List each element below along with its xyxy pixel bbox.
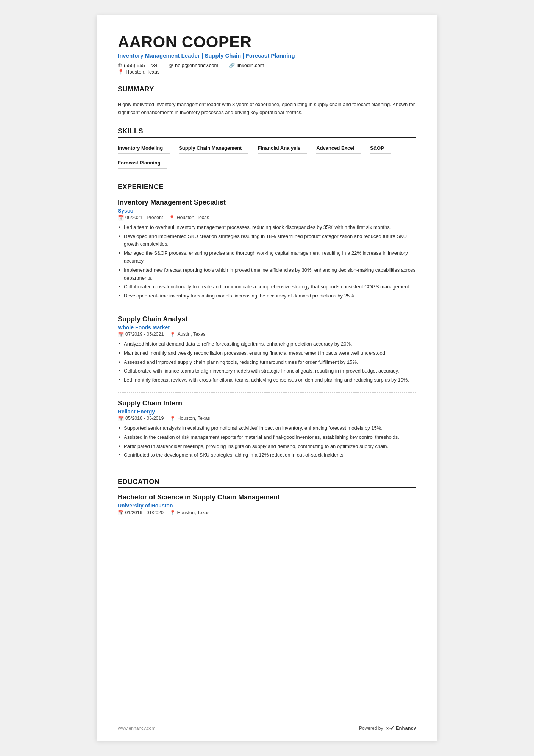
education-section: EDUCATION Bachelor of Science in Supply …: [118, 478, 416, 515]
phone-contact: ✆ (555) 555-1234: [118, 63, 158, 68]
bullet-item: Participated in stakeholder meetings, pr…: [118, 443, 416, 451]
location-icon: 📍: [170, 416, 176, 421]
bullet-item: Implemented new forecast reporting tools…: [118, 266, 416, 282]
education-container: Bachelor of Science in Supply Chain Mana…: [118, 493, 416, 515]
bullet-list: Led a team to overhaul inventory managem…: [118, 224, 416, 300]
skills-title: SKILLS: [118, 127, 416, 138]
bullet-item: Analyzed historical demand data to refin…: [118, 340, 416, 348]
logo-icon: ∞✓: [385, 725, 394, 732]
skill-item: Supply Chain Management: [179, 143, 248, 154]
job-title: Supply Chain Analyst: [118, 315, 416, 323]
edu-meta: 📅 01/2016 - 01/2020 📍 Houston, Texas: [118, 510, 416, 515]
header: AARON COOPER Inventory Management Leader…: [118, 33, 416, 75]
skill-item: S&OP: [370, 143, 391, 154]
location-contact: 📍 Houston, Texas: [118, 69, 159, 75]
bullet-item: Developed real-time inventory forecastin…: [118, 292, 416, 300]
bullet-item: Managed the S&OP process, ensuring preci…: [118, 249, 416, 265]
email-icon: @: [168, 63, 173, 68]
education-title: EDUCATION: [118, 478, 416, 488]
skills-grid: Inventory ModelingSupply Chain Managemen…: [118, 143, 416, 172]
candidate-title: Inventory Management Leader | Supply Cha…: [118, 52, 416, 59]
location-icon: 📍: [170, 510, 176, 515]
bullet-list: Analyzed historical demand data to refin…: [118, 340, 416, 384]
job-location: 📍 Austin, Texas: [170, 332, 205, 337]
experience-entry: Inventory Management Specialist Sysco 📅 …: [118, 199, 416, 308]
calendar-icon: 📅: [118, 510, 124, 515]
skill-item: Forecast Planning: [118, 158, 167, 169]
calendar-icon: 📅: [118, 416, 124, 421]
job-location: 📍 Houston, Texas: [169, 215, 209, 221]
email-contact: @ help@enhancv.com: [168, 63, 218, 68]
experience-container: Inventory Management Specialist Sysco 📅 …: [118, 199, 416, 467]
page-footer: www.enhancv.com Powered by ∞✓ Enhancv: [118, 725, 416, 732]
summary-section: SUMMARY Highly motivated inventory manag…: [118, 85, 416, 117]
linkedin-value: linkedin.com: [237, 63, 264, 68]
bullet-item: Assisted in the creation of risk managem…: [118, 434, 416, 441]
link-icon: 🔗: [229, 63, 235, 68]
bullet-item: Developed and implemented SKU creation s…: [118, 233, 416, 249]
footer-brand: Powered by ∞✓ Enhancv: [359, 725, 416, 732]
school-name: University of Houston: [118, 502, 416, 509]
resume-page: AARON COOPER Inventory Management Leader…: [97, 15, 437, 741]
location-icon: 📍: [118, 69, 124, 75]
job-location: 📍 Houston, Texas: [170, 416, 210, 421]
brand-name: Enhancv: [396, 725, 416, 731]
degree-title: Bachelor of Science in Supply Chain Mana…: [118, 493, 416, 501]
job-date: 📅 06/2021 - Present: [118, 215, 163, 221]
bullet-item: Supported senior analysts in evaluating …: [118, 424, 416, 432]
bullet-item: Led monthly forecast reviews with cross-…: [118, 376, 416, 384]
phone-value: (555) 555-1234: [124, 63, 158, 68]
summary-title: SUMMARY: [118, 85, 416, 95]
email-value: help@enhancv.com: [175, 63, 218, 68]
phone-icon: ✆: [118, 63, 122, 68]
enhancv-logo: ∞✓ Enhancv: [385, 725, 416, 732]
company-name: Sysco: [118, 208, 416, 214]
location-value: Houston, Texas: [126, 69, 159, 75]
experience-entry: Supply Chain Intern Reliant Energy 📅 05/…: [118, 399, 416, 467]
candidate-name: AARON COOPER: [118, 33, 416, 51]
bullet-list: Supported senior analysts in evaluating …: [118, 424, 416, 459]
skills-section: SKILLS Inventory ModelingSupply Chain Ma…: [118, 127, 416, 172]
calendar-icon: 📅: [118, 332, 124, 337]
job-meta: 📅 05/2018 - 06/2019 📍 Houston, Texas: [118, 416, 416, 421]
powered-by-label: Powered by: [359, 726, 383, 731]
bullet-item: Contributed to the development of SKU st…: [118, 451, 416, 459]
education-entry: Bachelor of Science in Supply Chain Mana…: [118, 493, 416, 515]
bullet-item: Collaborated with finance teams to align…: [118, 367, 416, 375]
experience-entry: Supply Chain Analyst Whole Foods Market …: [118, 315, 416, 393]
location-row: 📍 Houston, Texas: [118, 69, 416, 75]
contact-row: ✆ (555) 555-1234 @ help@enhancv.com 🔗 li…: [118, 63, 416, 68]
company-name: Whole Foods Market: [118, 324, 416, 330]
job-date: 📅 07/2019 - 05/2021: [118, 332, 164, 337]
job-meta: 📅 07/2019 - 05/2021 📍 Austin, Texas: [118, 332, 416, 337]
bullet-item: Assessed and improved supply chain plann…: [118, 358, 416, 366]
location-icon: 📍: [169, 215, 175, 221]
skill-item: Financial Analysis: [258, 143, 307, 154]
experience-section: EXPERIENCE Inventory Management Speciali…: [118, 183, 416, 467]
experience-title: EXPERIENCE: [118, 183, 416, 193]
skill-item: Advanced Excel: [316, 143, 361, 154]
linkedin-contact: 🔗 linkedin.com: [229, 63, 264, 68]
footer-website: www.enhancv.com: [118, 726, 155, 731]
bullet-item: Collaborated cross-functionally to creat…: [118, 283, 416, 291]
bullet-item: Maintained monthly and weekly reconcilia…: [118, 349, 416, 357]
calendar-icon: 📅: [118, 215, 124, 221]
location-icon: 📍: [170, 332, 176, 337]
job-meta: 📅 06/2021 - Present 📍 Houston, Texas: [118, 215, 416, 221]
skill-item: Inventory Modeling: [118, 143, 170, 154]
company-name: Reliant Energy: [118, 409, 416, 415]
job-title: Inventory Management Specialist: [118, 199, 416, 207]
job-title: Supply Chain Intern: [118, 399, 416, 407]
edu-date: 📅 01/2016 - 01/2020: [118, 510, 164, 515]
job-date: 📅 05/2018 - 06/2019: [118, 416, 164, 421]
edu-location: 📍 Houston, Texas: [170, 510, 209, 515]
summary-text: Highly motivated inventory management le…: [118, 101, 416, 117]
bullet-item: Led a team to overhaul inventory managem…: [118, 224, 416, 232]
